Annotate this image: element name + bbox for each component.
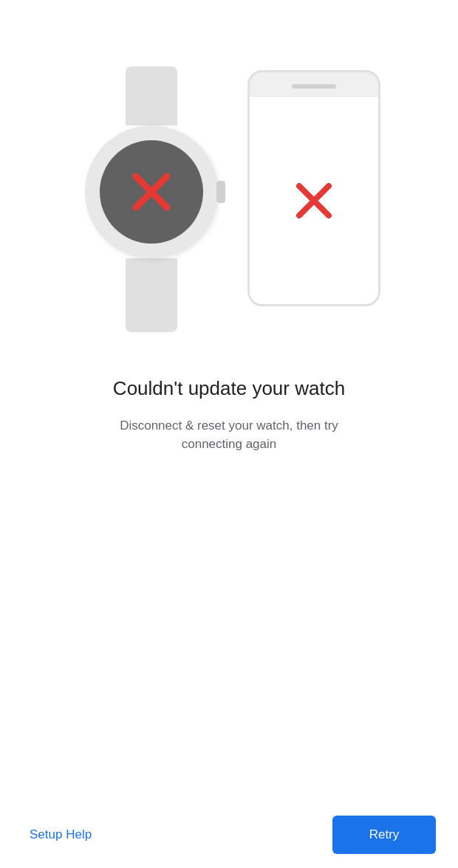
setup-help-button[interactable]: Setup Help: [22, 820, 99, 850]
bottom-bar: Setup Help Retry: [0, 802, 458, 868]
phone-screen: [250, 96, 378, 304]
phone-speaker: [292, 84, 336, 89]
watch-error-icon: [126, 166, 177, 218]
watch-body: [85, 125, 218, 258]
illustration-area: [0, 66, 458, 332]
content-area: Couldn't update your watch Disconnect & …: [0, 376, 458, 454]
subtitle-text: Disconnect & reset your watch, then try …: [111, 416, 347, 454]
main-title: Couldn't update your watch: [113, 376, 345, 402]
watch-band-bottom: [126, 258, 177, 332]
retry-button[interactable]: Retry: [332, 816, 436, 854]
phone-illustration: [247, 70, 380, 306]
watch-crown: [216, 181, 225, 203]
watch-band-top: [126, 66, 177, 125]
watch-screen: [100, 140, 203, 244]
phone-body: [247, 70, 380, 306]
phone-error-icon: [292, 179, 336, 223]
watch-illustration: [78, 66, 225, 332]
